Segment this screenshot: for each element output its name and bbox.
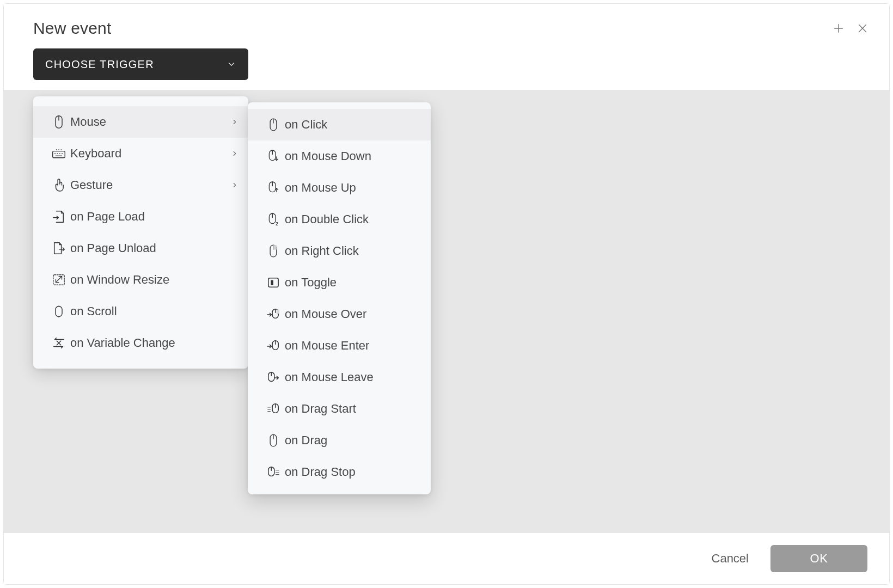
close-icon[interactable] [857,22,868,34]
svg-rect-6 [53,151,65,158]
mouse-click-icon [262,118,285,132]
menu-item-page-unload[interactable]: on Page Unload [33,232,248,264]
menu-item-label: Gesture [70,178,231,192]
drag-stop-icon [262,465,285,479]
mouse-over-icon [262,308,285,321]
menu-item-label: on Variable Change [70,336,238,350]
chevron-right-icon [231,150,238,157]
menu-item-window-resize[interactable]: on Window Resize [33,264,248,296]
submenu-item-label: on Drag [285,433,327,448]
submenu-item-label: on Toggle [285,275,337,290]
menu-item-gesture[interactable]: Gesture [33,169,248,201]
submenu-item-on-drag-start[interactable]: on Drag Start [248,393,431,425]
svg-rect-13 [56,306,62,316]
mouse-down-icon [262,149,285,163]
menu-item-keyboard[interactable]: Keyboard [33,138,248,169]
dialog-title: New event [33,19,112,38]
gesture-icon [47,178,70,192]
add-icon[interactable] [833,22,845,34]
svg-rect-29 [277,310,280,314]
drag-icon [262,433,285,448]
submenu-item-on-double-click[interactable]: 2 on Double Click [248,204,431,235]
menu-item-label: on Page Load [70,210,238,224]
trigger-dropdown: Mouse Keyboard Gesture [33,96,248,369]
variable-icon [47,336,70,350]
menu-item-variable-change[interactable]: on Variable Change [33,327,248,359]
mouse-dblclick-icon: 2 [262,212,285,226]
submenu-item-on-drag-stop[interactable]: on Drag Stop [248,456,431,488]
mouse-icon [47,115,70,129]
submenu-item-label: on Mouse Up [285,181,356,195]
chevron-down-icon [227,59,236,69]
window-resize-icon [47,273,70,286]
toggle-icon [262,277,285,289]
cancel-button[interactable]: Cancel [712,552,749,566]
scroll-icon [47,304,70,318]
submenu-item-on-drag[interactable]: on Drag [248,425,431,456]
submenu-item-label: on Double Click [285,212,369,226]
choose-trigger-label: CHOOSE TRIGGER [45,58,154,71]
page-load-icon [47,210,70,224]
dialog-header: New event [4,4,889,48]
keyboard-icon [47,148,70,159]
submenu-item-on-toggle[interactable]: on Toggle [248,267,431,298]
submenu-item-label: on Mouse Enter [285,339,369,353]
mouse-submenu: on Click on Mouse Down on Mouse Up 2 on … [248,102,431,494]
dialog-footer: Cancel OK [4,533,889,584]
submenu-item-on-right-click[interactable]: on Right Click [248,235,431,267]
mouse-enter-icon [262,339,285,352]
mouse-up-icon [262,181,285,195]
drag-start-icon [262,402,285,415]
new-event-dialog: New event CHOOSE TRIGGER Mouse [3,3,890,585]
menu-item-mouse[interactable]: Mouse [33,106,248,138]
submenu-item-on-mouse-enter[interactable]: on Mouse Enter [248,330,431,362]
submenu-item-label: on Mouse Over [285,307,366,321]
submenu-item-label: on Mouse Down [285,149,371,163]
chevron-right-icon [231,118,238,126]
submenu-item-label: on Click [285,118,327,132]
submenu-item-label: on Drag Start [285,402,356,416]
menu-item-label: Keyboard [70,146,231,161]
menu-item-label: on Page Unload [70,241,238,255]
menu-item-page-load[interactable]: on Page Load [33,201,248,232]
menu-item-label: Mouse [70,115,231,129]
svg-rect-26 [271,280,273,285]
mouse-leave-icon [262,371,285,384]
choose-trigger-button[interactable]: CHOOSE TRIGGER [33,48,248,80]
menu-item-label: on Scroll [70,304,238,318]
ok-button[interactable]: OK [770,545,867,572]
submenu-item-on-click[interactable]: on Click [248,109,431,140]
header-controls [833,22,868,34]
chevron-right-icon [231,181,238,189]
submenu-item-on-mouse-up[interactable]: on Mouse Up [248,172,431,204]
page-unload-icon [47,241,70,255]
submenu-item-on-mouse-over[interactable]: on Mouse Over [248,298,431,330]
submenu-item-on-mouse-leave[interactable]: on Mouse Leave [248,362,431,393]
submenu-item-label: on Right Click [285,244,359,258]
mouse-right-icon [262,244,285,258]
svg-text:2: 2 [276,221,278,226]
submenu-item-label: on Mouse Leave [285,370,374,384]
menu-item-label: on Window Resize [70,273,238,287]
menu-item-scroll[interactable]: on Scroll [33,296,248,327]
toolbar: CHOOSE TRIGGER [4,48,889,90]
submenu-item-label: on Drag Stop [285,465,356,479]
submenu-item-on-mouse-down[interactable]: on Mouse Down [248,140,431,172]
